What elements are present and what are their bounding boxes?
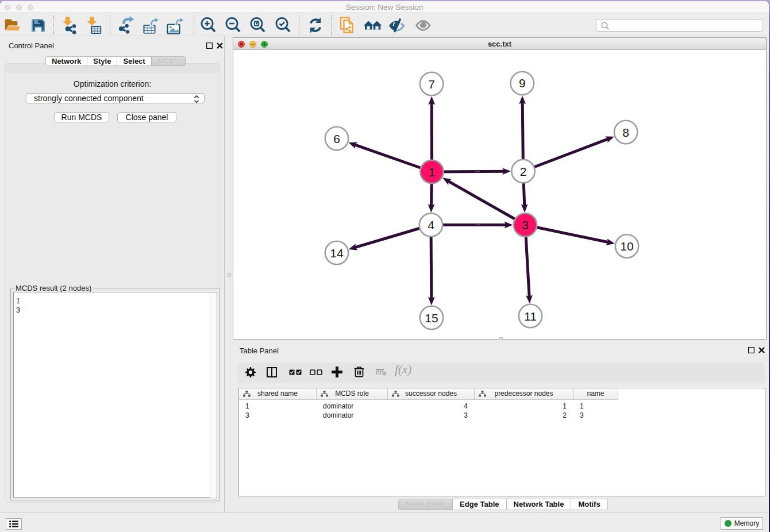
svg-text:2: 2 [520,165,527,178]
svg-text:4: 4 [428,218,434,232]
svg-text:8: 8 [622,126,629,139]
svg-text:6: 6 [333,132,340,145]
svg-text:11: 11 [524,310,537,323]
svg-text:9: 9 [519,76,526,90]
svg-text:14: 14 [330,246,344,260]
svg-text:1: 1 [429,165,436,179]
svg-text:3: 3 [522,218,529,232]
svg-text:f(x): f(x) [395,364,411,376]
svg-text:10: 10 [620,240,633,253]
svg-text:15: 15 [425,311,438,325]
svg-text:7: 7 [428,78,435,91]
